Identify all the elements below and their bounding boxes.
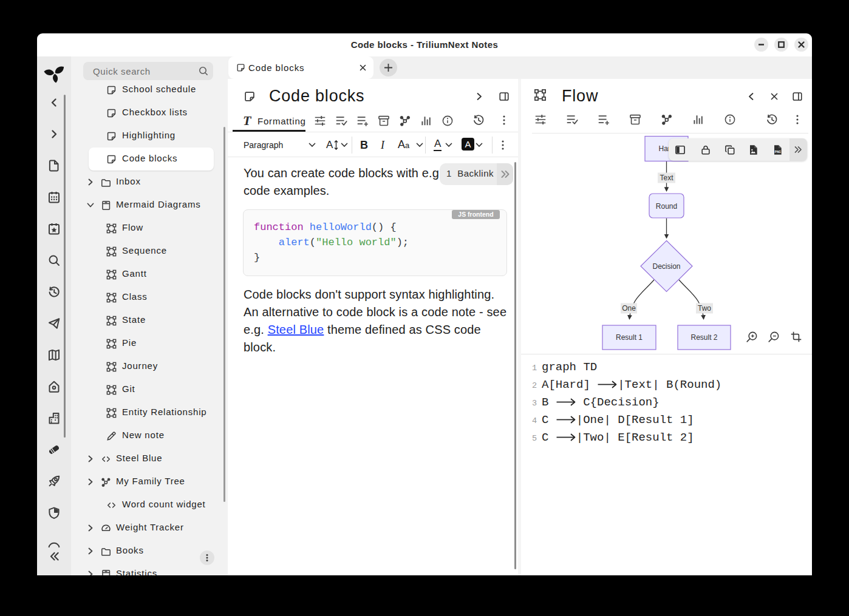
svg-text:PNG: PNG <box>775 150 781 153</box>
svg-text:Result 1: Result 1 <box>616 333 643 342</box>
svg-text:Result 2: Result 2 <box>690 333 717 342</box>
svg-text:Two: Two <box>698 304 711 313</box>
svg-text:Round: Round <box>656 202 677 211</box>
svg-text:Decision: Decision <box>652 262 680 271</box>
svg-text:Text: Text <box>660 174 673 182</box>
svg-text:One: One <box>622 304 636 313</box>
